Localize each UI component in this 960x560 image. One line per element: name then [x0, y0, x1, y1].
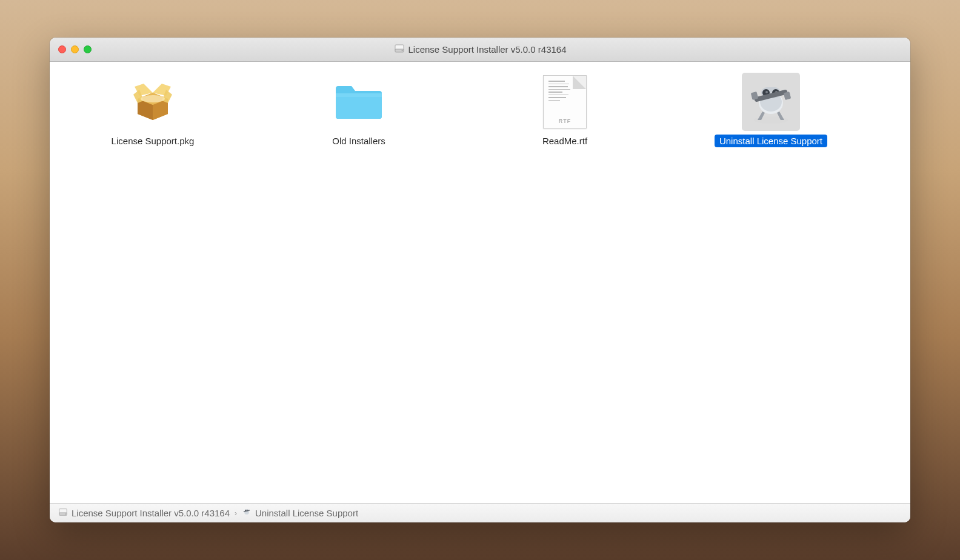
file-item-old-installers[interactable]: Old Installers: [274, 73, 444, 147]
finder-window: License Support Installer v5.0.0 r43164: [50, 38, 910, 522]
svg-rect-13: [751, 92, 759, 100]
path-separator-icon: ›: [235, 509, 237, 518]
svg-point-3: [141, 95, 165, 102]
file-label: Old Installers: [327, 135, 390, 147]
svg-point-10: [765, 91, 768, 93]
file-item-license-support-pkg[interactable]: License Support.pkg: [68, 73, 238, 147]
minimize-button[interactable]: [71, 45, 79, 53]
pathbar: License Support Installer v5.0.0 r43164 …: [50, 503, 910, 522]
automator-small-icon: [242, 507, 252, 519]
svg-point-17: [65, 513, 65, 514]
titlebar[interactable]: License Support Installer v5.0.0 r43164: [50, 38, 910, 62]
file-label: Uninstall License Support: [715, 135, 827, 147]
automator-app-icon: [742, 73, 800, 131]
file-item-readme-rtf[interactable]: RTF ReadMe.rtf: [480, 73, 650, 147]
traffic-lights: [50, 45, 92, 53]
package-icon: [124, 73, 182, 131]
window-title: License Support Installer v5.0.0 r43164: [408, 44, 567, 55]
file-label: ReadMe.rtf: [538, 135, 592, 147]
path-current[interactable]: Uninstall License Support: [242, 507, 358, 519]
content-area[interactable]: License Support.pkg Old Installers: [50, 62, 910, 503]
rtf-document-icon: RTF: [536, 73, 594, 131]
file-item-uninstall-license-support[interactable]: Uninstall License Support: [686, 73, 856, 147]
svg-rect-14: [784, 92, 792, 100]
svg-point-2: [401, 50, 402, 51]
close-button[interactable]: [58, 45, 66, 53]
svg-rect-0: [395, 45, 404, 51]
path-root[interactable]: License Support Installer v5.0.0 r43164: [58, 507, 230, 519]
maximize-button[interactable]: [84, 45, 92, 53]
disk-icon: [58, 507, 68, 519]
folder-icon: [330, 73, 388, 131]
path-current-label: Uninstall License Support: [255, 508, 358, 518]
svg-rect-1: [395, 49, 404, 52]
disk-icon: [394, 43, 405, 56]
file-label: License Support.pkg: [107, 135, 199, 147]
path-root-label: License Support Installer v5.0.0 r43164: [72, 508, 230, 518]
rtf-badge: RTF: [544, 118, 586, 124]
